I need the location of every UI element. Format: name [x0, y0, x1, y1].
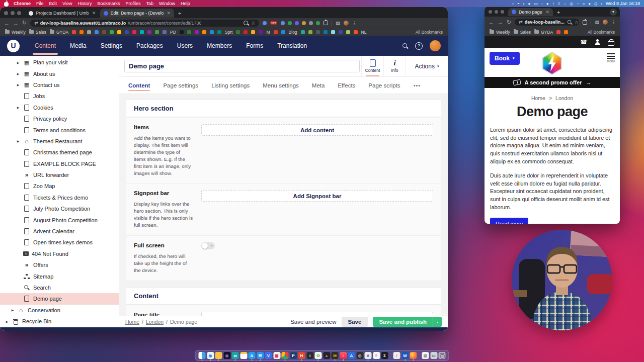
bookmark-favicon[interactable]: [556, 30, 560, 34]
bookmark-favicon[interactable]: [274, 30, 278, 34]
promo-banner[interactable]: A second promo offer →: [485, 77, 620, 88]
tree-item-christmas-themed-page[interactable]: Christmas themed page: [0, 147, 119, 158]
bookmark-favicon[interactable]: [308, 30, 312, 34]
tree-item-contact-us[interactable]: ▶Contact us: [0, 79, 119, 90]
dock-icon-calendar[interactable]: ▦: [273, 352, 280, 359]
bookmark-m[interactable]: M: [266, 30, 270, 35]
save-button[interactable]: Save: [342, 317, 368, 327]
extension-icon-1[interactable]: [288, 21, 292, 25]
close-window-button[interactable]: [4, 11, 8, 15]
status-icon-0[interactable]: ▫: [512, 2, 514, 6]
dock-icon-mail[interactable]: ✉: [257, 352, 264, 359]
dock-icon-app-teal[interactable]: w: [232, 352, 239, 359]
menu-item-edit[interactable]: Edit: [49, 1, 57, 6]
extension-icon-2[interactable]: [295, 21, 299, 25]
tree-item-about-us[interactable]: ▶About us: [0, 68, 119, 79]
zoom-icon[interactable]: [243, 20, 249, 26]
status-icon-8[interactable]: ≡: [558, 2, 560, 6]
bookmark-favicon[interactable]: [324, 30, 328, 34]
menu-item-bookmarks[interactable]: Bookmarks: [97, 1, 120, 6]
help-icon[interactable]: ?: [415, 42, 423, 50]
profile-switcher-icon[interactable]: ▤: [595, 20, 599, 25]
tree-item-url-forwarder[interactable]: URL forwarder: [0, 169, 119, 180]
status-icon-5[interactable]: ◦: [541, 2, 543, 6]
menu-item-tab[interactable]: Tab: [146, 1, 153, 6]
status-icon-1[interactable]: ◓: [517, 2, 520, 6]
menu-item-view[interactable]: View: [62, 1, 72, 6]
bookmark-favicon[interactable]: [301, 30, 305, 34]
nav-item-packages[interactable]: Packages: [129, 36, 170, 56]
dock-icon-app-dark[interactable]: ▲: [323, 352, 330, 359]
bookmark-favicon[interactable]: [331, 30, 335, 34]
dock-icon-camera[interactable]: ◎: [356, 352, 363, 359]
tree-item-open-times-keys-demos[interactable]: Open times keys demos: [0, 237, 119, 248]
site-settings-icon[interactable]: ⇄: [519, 20, 523, 25]
basket-icon[interactable]: [607, 39, 614, 45]
bookmark-favicon[interactable]: [202, 30, 206, 34]
extensions-puzzle-icon[interactable]: [583, 20, 587, 25]
search-icon[interactable]: [402, 43, 408, 49]
nav-item-content[interactable]: Content: [28, 36, 63, 56]
extension-icon-0[interactable]: [281, 21, 285, 25]
bookmark-favicon[interactable]: [564, 30, 568, 34]
editor-tab-page-scripts[interactable]: Page scripts: [368, 77, 400, 94]
editor-tab-page-settings[interactable]: Page settings: [163, 77, 198, 94]
tree-item-example-block-page[interactable]: EXAMPLE BLOCK PAGE: [0, 158, 119, 169]
editor-tab-meta[interactable]: Meta: [312, 77, 325, 94]
bookmark-favicon[interactable]: [316, 30, 320, 34]
bookmark-folder-weekly[interactable]: Weekly: [490, 30, 510, 35]
tab-close-icon[interactable]: ✕: [167, 11, 171, 16]
status-icon-3[interactable]: ●: [528, 2, 531, 6]
chevron-down-icon[interactable]: ▼: [610, 9, 617, 16]
bookmark-favicon[interactable]: [210, 30, 214, 34]
dock-icon-firefox[interactable]: [410, 352, 417, 359]
browser-tab[interactable]: Projects Dashboard | Umbra✕: [25, 9, 100, 18]
bookmark-folder-sales[interactable]: Sales: [29, 30, 46, 35]
extensions-puzzle-icon[interactable]: [324, 21, 328, 25]
bookmark-favicon[interactable]: [180, 30, 184, 34]
tree-expand-icon[interactable]: ▶: [11, 308, 15, 312]
bookmark-folder-sales[interactable]: Sales: [514, 30, 531, 35]
profile-switcher-icon[interactable]: ▤: [336, 21, 340, 26]
dock-icon-word[interactable]: W: [401, 352, 409, 359]
browser-tab[interactable]: Edit: Demo page - (Developm✕: [100, 9, 175, 18]
tree-item-search[interactable]: Search: [0, 282, 119, 293]
menu-item-profiles[interactable]: Profiles: [125, 1, 140, 6]
tree-item-terms-and-conditions[interactable]: Terms and conditions: [0, 124, 119, 135]
menu-item-window[interactable]: Window: [159, 1, 175, 6]
nav-item-settings[interactable]: Settings: [94, 36, 129, 56]
tree-expand-icon[interactable]: ▶: [16, 72, 20, 75]
nav-item-forms[interactable]: Forms: [239, 36, 270, 56]
minimize-window-button[interactable]: [495, 10, 498, 14]
status-icon-13[interactable]: ●: [588, 2, 591, 6]
menu-item-history[interactable]: History: [77, 1, 92, 6]
bookmark-favicon[interactable]: [244, 30, 248, 34]
dock-icon-shield[interactable]: V: [265, 352, 272, 359]
status-icon-9[interactable]: ◌: [564, 2, 566, 6]
bookmark-favicon[interactable]: [132, 30, 136, 34]
fullscreen-toggle[interactable]: ×: [201, 242, 215, 249]
read-more-button[interactable]: Read more: [490, 218, 528, 224]
tree-item-august-photo-competition[interactable]: August Photo Competition: [0, 214, 119, 225]
tree-item-plan-your-visit[interactable]: ▶Plan your visit: [0, 57, 119, 68]
save-and-preview-button[interactable]: Save and preview: [290, 319, 336, 325]
tree-expand-icon[interactable]: ▶: [16, 139, 20, 143]
nav-item-translation[interactable]: Translation: [270, 36, 314, 56]
dock-icon-finder[interactable]: [199, 352, 206, 359]
tree-item-privacy-policy[interactable]: Privacy policy: [0, 113, 119, 124]
bookmark-favicon[interactable]: [95, 30, 99, 34]
apple-menu-icon[interactable]: [4, 1, 9, 7]
user-avatar[interactable]: [430, 40, 441, 51]
breadcrumb-item-london[interactable]: London: [146, 319, 164, 325]
bookmark-folder-gyda[interactable]: GYDA: [50, 30, 68, 35]
browser-tab[interactable]: Demo page ✕: [508, 8, 553, 16]
tree-item-sitemap[interactable]: Sitemap: [0, 270, 119, 282]
new-tab-button[interactable]: +: [557, 9, 560, 15]
bookmark-favicon[interactable]: [155, 30, 159, 34]
status-icon-6[interactable]: ●: [546, 2, 549, 6]
tree-item-cookies[interactable]: ▶Cookies: [0, 102, 119, 113]
extension-icon-4[interactable]: [309, 21, 313, 25]
window-controls[interactable]: [485, 10, 508, 14]
tree-expand-icon[interactable]: ▶: [5, 320, 9, 323]
status-icon-7[interactable]: ↑: [552, 2, 554, 6]
